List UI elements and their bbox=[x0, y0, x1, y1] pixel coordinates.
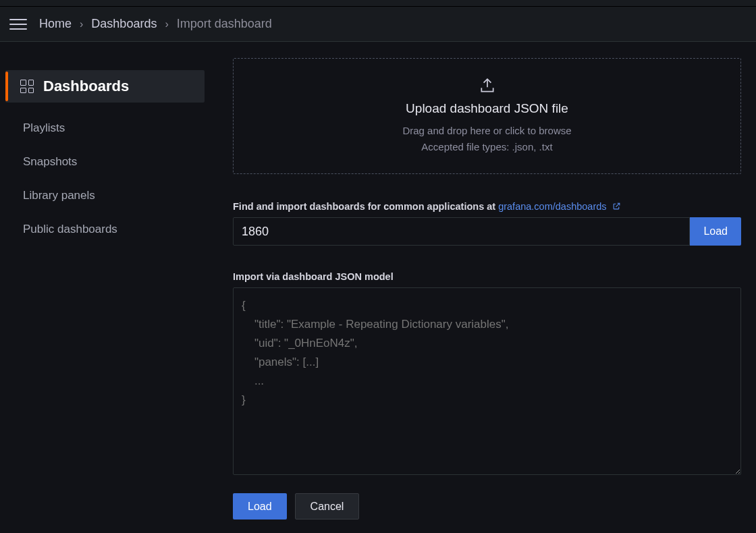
main-content: Upload dashboard JSON file Drag and drop… bbox=[213, 42, 756, 533]
menu-toggle-button[interactable] bbox=[9, 16, 27, 33]
chevron-right-icon: › bbox=[80, 18, 83, 30]
sidebar-item-label: Snapshots bbox=[23, 155, 77, 169]
load-button[interactable]: Load bbox=[233, 493, 287, 520]
sidebar-item-label: Playlists bbox=[23, 121, 65, 135]
grafana-dashboards-link[interactable]: grafana.com/dashboards bbox=[498, 201, 620, 212]
sidebar-item-dashboards[interactable]: Dashboards bbox=[5, 70, 205, 103]
breadcrumb-current: Import dashboard bbox=[177, 17, 272, 31]
dropzone-subtext: Drag and drop here or click to browse Ac… bbox=[402, 123, 571, 155]
dashboard-id-input[interactable] bbox=[233, 217, 690, 246]
sidebar-item-label: Library panels bbox=[23, 189, 95, 202]
breadcrumb-dashboards[interactable]: Dashboards bbox=[91, 17, 157, 31]
find-import-label: Find and import dashboards for common ap… bbox=[233, 201, 741, 212]
action-buttons: Load Cancel bbox=[233, 493, 741, 520]
sidebar-item-library-panels[interactable]: Library panels bbox=[5, 179, 205, 212]
sidebar: Dashboards Playlists Snapshots Library p… bbox=[0, 42, 213, 533]
dashboards-icon bbox=[20, 80, 34, 93]
sidebar-item-playlists[interactable]: Playlists bbox=[5, 112, 205, 144]
external-link-icon bbox=[612, 202, 621, 211]
chevron-right-icon: › bbox=[165, 18, 168, 30]
upload-icon bbox=[477, 77, 497, 94]
json-model-label: Import via dashboard JSON model bbox=[233, 271, 741, 282]
dropzone-title: Upload dashboard JSON file bbox=[406, 101, 568, 116]
sidebar-item-label: Public dashboards bbox=[23, 223, 117, 236]
sidebar-item-public-dashboards[interactable]: Public dashboards bbox=[5, 213, 205, 246]
top-strip bbox=[0, 0, 756, 7]
load-by-id-button[interactable]: Load bbox=[690, 217, 741, 246]
cancel-button[interactable]: Cancel bbox=[295, 493, 360, 520]
sidebar-item-label: Dashboards bbox=[43, 78, 129, 95]
dashboard-id-row: Load bbox=[233, 217, 741, 246]
breadcrumb-bar: Home › Dashboards › Import dashboard bbox=[0, 7, 756, 42]
json-model-textarea[interactable] bbox=[233, 287, 741, 475]
breadcrumb: Home › Dashboards › Import dashboard bbox=[39, 17, 272, 31]
sidebar-item-snapshots[interactable]: Snapshots bbox=[5, 146, 205, 178]
breadcrumb-home[interactable]: Home bbox=[39, 17, 72, 31]
upload-dropzone[interactable]: Upload dashboard JSON file Drag and drop… bbox=[233, 58, 741, 174]
